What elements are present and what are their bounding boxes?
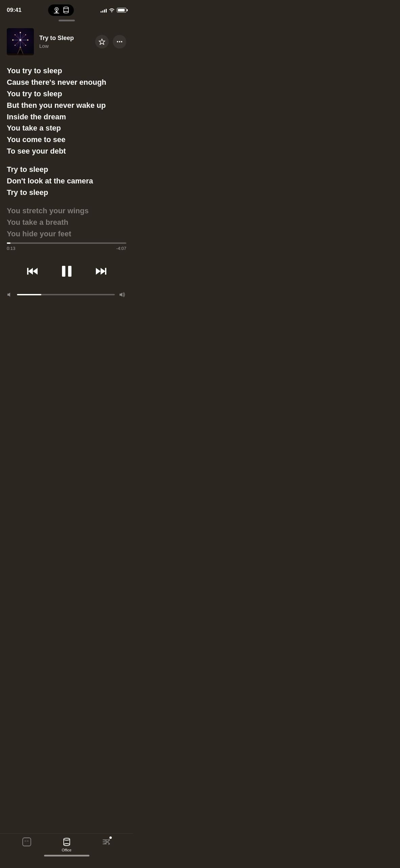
star-icon [99, 38, 105, 45]
svg-marker-46 [120, 293, 122, 297]
lyric-line: You hide your feet [7, 229, 126, 239]
svg-point-34 [117, 41, 118, 42]
svg-point-1 [56, 8, 57, 10]
current-time: 0:13 [7, 246, 15, 251]
status-indicators [101, 8, 126, 13]
svg-marker-33 [99, 39, 105, 44]
lyrics-container: You try to sleep Cause there's never eno… [0, 62, 133, 239]
lyric-line: You take a breath [7, 217, 126, 228]
volume-track[interactable] [17, 294, 115, 295]
status-time: 09:41 [7, 7, 21, 14]
album-art [7, 28, 34, 55]
svg-point-7 [64, 12, 68, 13]
signal-icon [101, 8, 107, 13]
pause-icon [59, 263, 75, 279]
lyric-line: Cause there's never enough [7, 77, 126, 88]
svg-point-26 [15, 45, 16, 46]
progress-track[interactable] [7, 242, 126, 244]
svg-marker-38 [33, 268, 38, 275]
song-actions [95, 35, 126, 48]
song-artist: Low [39, 43, 90, 49]
svg-marker-45 [7, 293, 10, 297]
volume-area [0, 288, 133, 304]
lyric-line: You take a step [7, 123, 126, 134]
song-info: Try to Sleep Low [39, 35, 90, 49]
pause-button[interactable] [57, 261, 77, 281]
lyric-line: To see your debt [7, 146, 126, 157]
lyric-line: Try to sleep [7, 164, 126, 175]
dynamic-island [48, 4, 74, 16]
svg-rect-32 [7, 54, 34, 55]
airplay-icon [53, 6, 60, 14]
svg-marker-42 [101, 268, 105, 275]
svg-point-8 [111, 12, 112, 13]
wifi-icon [109, 8, 115, 13]
svg-point-22 [12, 39, 14, 41]
previous-button[interactable] [25, 264, 40, 279]
lyric-line: Try to sleep [7, 187, 126, 198]
next-button[interactable] [93, 264, 108, 279]
pull-indicator [0, 18, 133, 25]
previous-icon [25, 264, 40, 279]
status-bar: 09:41 [0, 0, 133, 18]
svg-marker-37 [28, 268, 33, 275]
svg-point-24 [25, 45, 26, 46]
svg-rect-39 [27, 268, 28, 275]
lyric-line: You try to sleep [7, 88, 126, 99]
next-icon [93, 264, 108, 279]
progress-fill [7, 242, 10, 244]
song-title: Try to Sleep [39, 35, 90, 42]
svg-rect-41 [68, 266, 71, 277]
svg-rect-3 [54, 13, 59, 14]
volume-fill [17, 294, 41, 295]
lyric-line: But then you never wake up [7, 100, 126, 111]
svg-point-4 [64, 7, 68, 9]
svg-rect-40 [62, 266, 65, 277]
lyric-line: You try to sleep [7, 65, 126, 76]
ellipsis-icon [116, 38, 123, 45]
device-icon [63, 6, 69, 14]
lyric-line: Don't look at the camera [7, 176, 126, 186]
progress-area: 0:13 -4:07 [0, 242, 133, 251]
lyric-line: Inside the dream [7, 112, 126, 122]
svg-point-19 [20, 32, 21, 33]
playback-controls [0, 251, 133, 288]
svg-point-27 [19, 39, 21, 41]
volume-high-icon [119, 292, 126, 298]
svg-point-23 [25, 34, 26, 35]
svg-rect-44 [105, 268, 106, 275]
more-button[interactable] [113, 35, 126, 48]
remaining-time: -4:07 [116, 246, 126, 251]
svg-point-36 [121, 41, 122, 42]
song-header: Try to Sleep Low [0, 25, 133, 62]
battery-icon [117, 8, 126, 13]
volume-mute-icon [7, 292, 13, 298]
svg-point-25 [15, 34, 16, 35]
lyric-line: You stretch your wings [7, 205, 126, 216]
progress-times: 0:13 -4:07 [7, 246, 126, 251]
svg-point-35 [119, 41, 120, 42]
lyric-line: You come to see [7, 134, 126, 145]
favorite-button[interactable] [95, 35, 109, 48]
svg-marker-43 [96, 268, 101, 275]
svg-point-20 [27, 39, 28, 41]
